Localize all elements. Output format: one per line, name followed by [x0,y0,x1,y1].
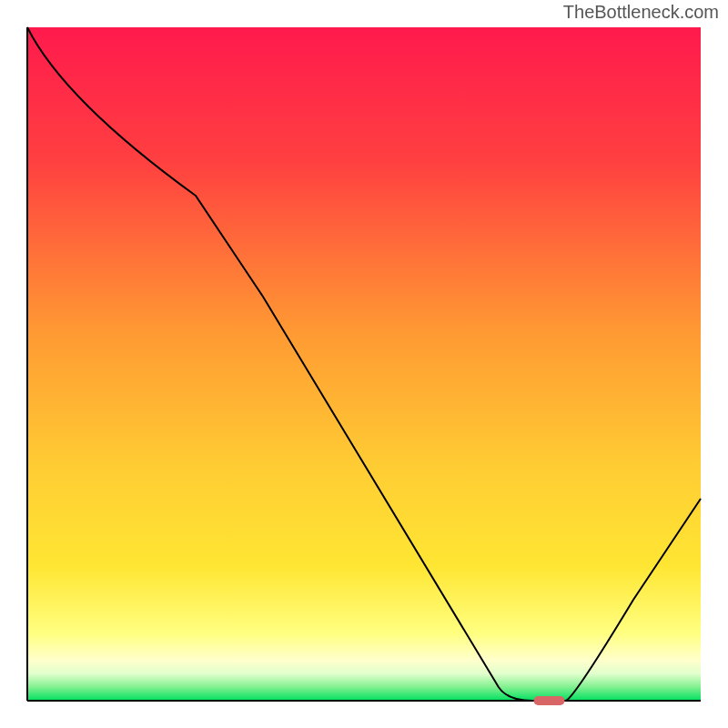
plot-area [27,27,701,701]
watermark-text: TheBottleneck.com [563,2,719,23]
chart-svg [0,0,728,728]
optimal-marker [534,696,565,705]
chart-container: TheBottleneck.com [0,0,728,728]
